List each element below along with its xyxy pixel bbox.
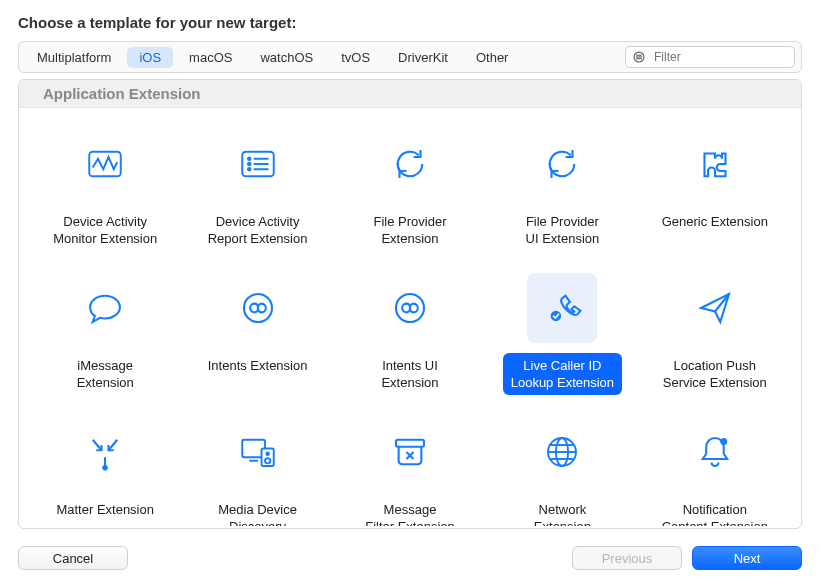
infinity-icon	[389, 287, 431, 329]
tab-tvos[interactable]: tvOS	[329, 47, 382, 68]
svg-point-10	[248, 168, 251, 171]
template-item[interactable]: Media Device Discovery	[181, 405, 333, 526]
svg-point-24	[266, 452, 269, 455]
archive-x-icon	[389, 431, 431, 473]
template-item[interactable]: Live Caller ID Lookup Extension	[486, 261, 638, 395]
cancel-button[interactable]: Cancel	[18, 546, 128, 570]
template-item[interactable]: Location Push Service Extension	[639, 261, 791, 395]
svg-point-33	[720, 438, 727, 445]
template-item[interactable]: Generic Extension	[639, 117, 791, 251]
tab-driverkit[interactable]: DriverKit	[386, 47, 460, 68]
scope-icon	[632, 50, 646, 64]
tab-ios[interactable]: iOS	[127, 47, 173, 68]
svg-point-14	[551, 311, 562, 322]
template-item[interactable]: Intents Extension	[181, 261, 333, 395]
template-item[interactable]: Message Filter Extension	[334, 405, 486, 526]
page-title: Choose a template for your new target:	[0, 0, 820, 41]
tab-watchos[interactable]: watchOS	[248, 47, 325, 68]
template-label: Network Extension	[526, 497, 599, 526]
converge-icon	[84, 431, 126, 473]
dialog-footer: Cancel Previous Next	[0, 529, 820, 587]
chat-bubble-icon	[84, 287, 126, 329]
template-item[interactable]: Notification Content Extension	[639, 405, 791, 526]
template-item[interactable]: Matter Extension	[29, 405, 181, 526]
template-label: Device Activity Report Extension	[200, 209, 316, 251]
svg-point-6	[248, 157, 251, 160]
cycle-icon	[541, 143, 583, 185]
tab-macos[interactable]: macOS	[177, 47, 244, 68]
devices-icon	[237, 431, 279, 473]
section-header: Application Extension	[19, 80, 801, 108]
waveform-icon	[84, 143, 126, 185]
phone-check-icon	[541, 287, 583, 329]
template-list: Application Extension ExtensionProviderE…	[18, 79, 802, 529]
template-item[interactable]: Device Activity Monitor Extension	[29, 117, 181, 251]
template-label: Media Device Discovery	[210, 497, 305, 526]
template-item[interactable]: Network Extension	[486, 405, 638, 526]
puzzle-icon	[694, 143, 736, 185]
template-label: Matter Extension	[48, 497, 162, 522]
template-label: File Provider UI Extension	[518, 209, 608, 251]
previous-button: Previous	[572, 546, 682, 570]
infinity-icon	[237, 287, 279, 329]
filter-input[interactable]	[652, 49, 806, 65]
next-button[interactable]: Next	[692, 546, 802, 570]
template-item[interactable]: iMessage Extension	[29, 261, 181, 395]
svg-rect-25	[396, 440, 424, 447]
filter-search[interactable]	[625, 46, 795, 68]
template-item[interactable]: File Provider Extension	[334, 117, 486, 251]
list-icon	[237, 143, 279, 185]
template-label: Message Filter Extension	[357, 497, 463, 526]
template-label: Location Push Service Extension	[655, 353, 775, 395]
template-label: iMessage Extension	[69, 353, 142, 395]
template-label: Intents UI Extension	[373, 353, 446, 395]
svg-line-18	[93, 440, 102, 451]
tab-multiplatform[interactable]: Multiplatform	[25, 47, 123, 68]
cycle-icon	[389, 143, 431, 185]
svg-point-17	[103, 466, 107, 470]
platform-tabbar: MultiplatformiOSmacOSwatchOStvOSDriverKi…	[18, 41, 802, 73]
template-label: File Provider Extension	[366, 209, 455, 251]
svg-point-8	[248, 163, 251, 166]
bell-dot-icon	[694, 431, 736, 473]
template-label: Intents Extension	[200, 353, 316, 378]
tab-other[interactable]: Other	[464, 47, 521, 68]
send-icon	[694, 287, 736, 329]
template-label: Notification Content Extension	[654, 497, 776, 526]
template-item[interactable]: Intents UI Extension	[334, 261, 486, 395]
template-label: Live Caller ID Lookup Extension	[503, 353, 622, 395]
svg-line-19	[109, 440, 118, 451]
template-label: Generic Extension	[654, 209, 776, 234]
globe-icon	[541, 431, 583, 473]
template-item[interactable]: File Provider UI Extension	[486, 117, 638, 251]
template-item[interactable]: Device Activity Report Extension	[181, 117, 333, 251]
template-label: Device Activity Monitor Extension	[45, 209, 165, 251]
